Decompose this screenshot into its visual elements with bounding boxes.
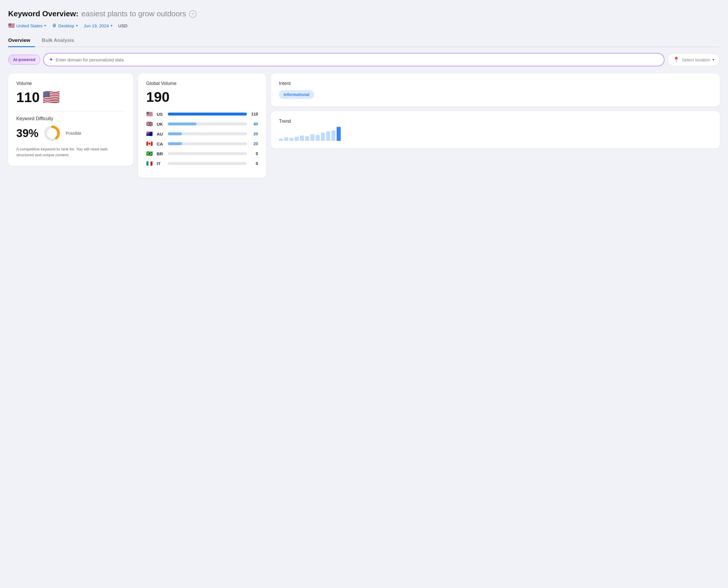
- currency-label: USD: [118, 23, 127, 28]
- desktop-icon: 🖥: [52, 23, 57, 28]
- volume-value-row: 110 🇺🇸: [16, 89, 125, 105]
- trend-bar: [310, 134, 315, 141]
- kd-label: Keyword Difficulty: [16, 116, 125, 121]
- country-flag-icon: 🇮🇹: [146, 160, 154, 167]
- domain-input[interactable]: [56, 57, 659, 62]
- country-bar-wrapper: [168, 123, 247, 125]
- country-code: AU: [157, 131, 165, 136]
- volume-divider: [16, 111, 125, 111]
- page-title-keyword: easiest plants to grow outdoors: [81, 9, 186, 18]
- country-code: CA: [157, 141, 165, 146]
- device-filter[interactable]: 🖥 Desktop ▾: [52, 23, 78, 28]
- volume-card: Volume 110 🇺🇸 Keyword Difficulty 39% Pos…: [8, 73, 134, 166]
- country-row: 🇦🇺 AU 20: [146, 131, 258, 137]
- svg-point-2: [48, 130, 56, 137]
- device-label: Desktop: [58, 23, 74, 28]
- currency-filter: USD: [118, 23, 127, 28]
- kd-possible-label: Possible: [66, 131, 81, 135]
- side-cards: Intent Informational Trend: [271, 73, 720, 148]
- country-value: 20: [250, 141, 258, 146]
- country-bar-fill: [168, 142, 182, 145]
- filter-row: 🇺🇸 United States ▾ 🖥 Desktop ▾ Jun 19, 2…: [8, 22, 720, 29]
- sparkle-icon: ✦: [49, 57, 53, 63]
- us-flag-icon: 🇺🇸: [8, 22, 15, 29]
- tab-overview[interactable]: Overview: [8, 35, 35, 47]
- country-flag-icon: 🇧🇷: [146, 150, 154, 157]
- country-bar-wrapper: [168, 152, 247, 155]
- country-value: 0: [250, 161, 258, 166]
- country-value: 40: [250, 122, 258, 126]
- country-row: 🇺🇸 US 110: [146, 111, 258, 117]
- country-code: UK: [157, 122, 165, 127]
- country-filter[interactable]: 🇺🇸 United States ▾: [8, 22, 46, 29]
- add-keyword-button[interactable]: +: [189, 10, 197, 18]
- device-chevron-icon: ▾: [76, 24, 78, 28]
- location-pin-icon: 📍: [673, 57, 680, 63]
- kd-description: A competitive keyword to rank for. You w…: [16, 146, 125, 158]
- country-flag-icon: 🇬🇧: [146, 121, 154, 127]
- country-rows-container: 🇺🇸 US 110 🇬🇧 UK 40 🇦🇺 AU 20 🇨🇦 CA: [146, 111, 258, 167]
- intent-label: Intent: [279, 81, 712, 86]
- country-code: IT: [157, 161, 165, 166]
- intent-badge: Informational: [279, 90, 314, 99]
- country-code: BR: [157, 151, 165, 156]
- cards-row: Volume 110 🇺🇸 Keyword Difficulty 39% Pos…: [8, 73, 720, 178]
- country-code: US: [157, 112, 165, 117]
- kd-donut-chart: [43, 124, 61, 142]
- trend-bar: [279, 139, 283, 141]
- date-filter[interactable]: Jun 19, 2024 ▾: [84, 23, 113, 28]
- trend-bar: [337, 127, 341, 141]
- page-title-main: Keyword Overview:: [8, 9, 78, 18]
- country-row: 🇨🇦 CA 20: [146, 141, 258, 147]
- ai-powered-badge: AI-powered: [8, 55, 40, 65]
- volume-label: Volume: [16, 81, 125, 86]
- page-header: Keyword Overview: easiest plants to grow…: [8, 9, 720, 29]
- country-chevron-icon: ▾: [44, 24, 46, 28]
- search-row: AI-powered ✦ 📍 Select location ▾: [8, 53, 720, 66]
- country-bar-wrapper: [168, 112, 247, 115]
- global-volume-card: Global Volume 190 🇺🇸 US 110 🇬🇧 UK 40 🇦🇺 …: [138, 73, 266, 178]
- country-value: 0: [250, 151, 258, 156]
- intent-card: Intent Informational: [271, 73, 720, 106]
- global-volume-label: Global Volume: [146, 81, 258, 86]
- country-row: 🇧🇷 BR 0: [146, 150, 258, 157]
- trend-mini-chart: [279, 127, 712, 141]
- trend-bar: [289, 138, 294, 141]
- country-row: 🇮🇹 IT 0: [146, 160, 258, 167]
- location-select[interactable]: 📍 Select location ▾: [667, 53, 720, 66]
- country-flag-icon: 🇨🇦: [146, 141, 154, 147]
- trend-bar: [300, 135, 304, 141]
- domain-input-wrapper[interactable]: ✦: [43, 53, 665, 66]
- country-value: 20: [250, 131, 258, 136]
- tabs-row: Overview Bulk Analysis: [8, 35, 720, 47]
- country-bar-wrapper: [168, 142, 247, 145]
- country-bar-fill: [168, 132, 182, 135]
- country-flag-icon: 🇦🇺: [146, 131, 154, 137]
- global-volume-number: 190: [146, 89, 258, 105]
- page-title-row: Keyword Overview: easiest plants to grow…: [8, 9, 720, 18]
- country-value: 110: [250, 112, 258, 117]
- volume-number: 110: [16, 89, 40, 105]
- kd-row: 39% Possible: [16, 124, 125, 142]
- volume-flag-icon: 🇺🇸: [42, 89, 60, 105]
- date-label: Jun 19, 2024: [84, 23, 109, 28]
- country-bar-wrapper: [168, 162, 247, 165]
- country-row: 🇬🇧 UK 40: [146, 121, 258, 127]
- location-label: Select location: [682, 57, 710, 62]
- trend-bar: [321, 133, 325, 141]
- location-chevron-icon: ▾: [712, 58, 714, 62]
- trend-bar: [295, 137, 299, 141]
- country-flag-icon: 🇺🇸: [146, 111, 154, 117]
- trend-bar: [284, 137, 288, 141]
- trend-bar: [305, 136, 309, 141]
- trend-bar: [316, 135, 320, 141]
- trend-bar: [331, 130, 336, 141]
- trend-bar: [326, 131, 330, 141]
- country-bar-wrapper: [168, 132, 247, 135]
- trend-card: Trend: [271, 111, 720, 148]
- trend-label: Trend: [279, 119, 712, 124]
- country-bar-fill: [168, 112, 247, 115]
- date-chevron-icon: ▾: [110, 24, 113, 28]
- tab-bulk-analysis[interactable]: Bulk Analysis: [42, 35, 79, 47]
- kd-number: 39%: [16, 127, 38, 140]
